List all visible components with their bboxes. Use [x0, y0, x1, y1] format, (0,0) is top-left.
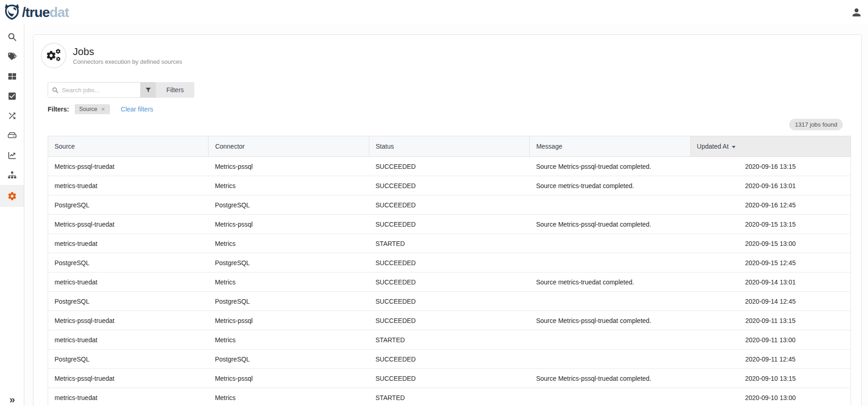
cell-updated-at: 2020-09-14 12:45 [690, 292, 851, 311]
shuffle-icon [7, 111, 17, 121]
cell-message [530, 292, 690, 311]
sidebar-item-search[interactable] [0, 27, 24, 47]
cell-status: SUCCEEDED [369, 292, 529, 311]
clear-filters-link[interactable]: Clear filters [121, 106, 154, 113]
table-row[interactable]: metrics-truedatMetricsSTARTED2020-09-11 … [48, 330, 851, 350]
cell-connector: Metrics [209, 176, 369, 195]
table-row[interactable]: Metrics-pssql-truedatMetrics-pssqlSUCCEE… [48, 369, 851, 388]
cell-status: STARTED [369, 388, 529, 406]
column-header-message[interactable]: Message [530, 136, 690, 157]
column-header-status[interactable]: Status [369, 136, 529, 157]
cell-updated-at: 2020-09-10 13:00 [690, 388, 851, 406]
table-row[interactable]: Metrics-pssql-truedatMetrics-pssqlSUCCEE… [48, 215, 851, 234]
user-icon[interactable] [851, 6, 863, 18]
search-bar: Filters [48, 82, 861, 98]
angle-double-right-icon: » [9, 394, 15, 406]
cell-updated-at: 2020-09-16 13:01 [690, 176, 851, 195]
sidebar-item-sources[interactable] [0, 126, 24, 145]
owl-logo-icon [4, 3, 20, 22]
cell-source: metrics-truedat [48, 176, 209, 195]
cell-source: PostgreSQL [48, 350, 209, 369]
sidebar-item-lineage[interactable] [0, 106, 24, 126]
tags-icon [7, 52, 17, 61]
cell-connector: Metrics-pssql [209, 157, 369, 176]
filters-label: Filters: [48, 106, 69, 113]
column-header-updated-at[interactable]: Updated At [690, 136, 851, 157]
filters-button[interactable]: Filters [156, 82, 194, 98]
table-row[interactable]: metrics-truedatMetricsSUCCEEDEDSource me… [48, 273, 851, 292]
cell-updated-at: 2020-09-11 12:45 [690, 350, 851, 369]
results-count-row: 1317 jobs found [33, 119, 861, 130]
page-title: Jobs [73, 46, 182, 57]
table-row[interactable]: metrics-truedatMetricsSUCCEEDEDSource me… [48, 176, 851, 195]
cell-status: SUCCEEDED [369, 176, 529, 195]
search-icon [52, 87, 59, 94]
cell-source: PostgreSQL [48, 253, 209, 273]
grid-icon [7, 72, 17, 81]
table-row[interactable]: Metrics-pssql-truedatMetrics-pssqlSUCCEE… [48, 157, 851, 176]
sidebar-expand-button[interactable]: » [0, 395, 24, 405]
column-header-source[interactable]: Source [48, 136, 209, 157]
cell-updated-at: 2020-09-16 13:15 [690, 157, 851, 176]
table-row[interactable]: PostgreSQLPostgreSQLSUCCEEDED2020-09-14 … [48, 292, 851, 311]
truedat-logo[interactable]: /truedat [4, 3, 69, 22]
cell-status: SUCCEEDED [369, 253, 529, 273]
sitemap-icon [7, 170, 17, 180]
funnel-icon [145, 87, 152, 94]
jobs-found-badge: 1317 jobs found [789, 119, 843, 130]
sidebar-item-taxonomy[interactable] [0, 165, 24, 185]
search-icon [7, 32, 17, 42]
sidebar-item-dashboards[interactable] [0, 145, 24, 165]
cell-status: SUCCEEDED [369, 350, 529, 369]
logo-wordmark: /truedat [22, 6, 69, 19]
chart-line-icon [7, 150, 17, 160]
search-input[interactable] [62, 87, 137, 94]
cell-source: PostgreSQL [48, 292, 209, 311]
cell-message [530, 253, 690, 273]
cell-updated-at: 2020-09-15 13:00 [690, 234, 851, 253]
sidebar-item-quality[interactable] [0, 86, 24, 106]
cell-updated-at: 2020-09-11 13:00 [690, 330, 851, 350]
cell-connector: Metrics [209, 330, 369, 350]
cell-status: SUCCEEDED [369, 215, 529, 234]
filter-chip-label: Source [79, 106, 98, 112]
caret-down-icon [732, 146, 736, 148]
cell-source: metrics-truedat [48, 273, 209, 292]
cell-connector: PostgreSQL [209, 292, 369, 311]
cell-source: metrics-truedat [48, 234, 209, 253]
sidebar-item-admin[interactable] [0, 185, 24, 207]
cell-connector: Metrics-pssql [209, 311, 369, 330]
table-row[interactable]: metrics-truedatMetricsSTARTED2020-09-15 … [48, 234, 851, 253]
cell-message: Source metrics-truedat completed. [530, 273, 690, 292]
drive-icon [7, 131, 17, 140]
filter-funnel-button[interactable] [141, 82, 156, 98]
cell-source: Metrics-pssql-truedat [48, 311, 209, 330]
cell-source: Metrics-pssql-truedat [48, 157, 209, 176]
table-row[interactable]: metrics-truedatMetricsSTARTED2020-09-10 … [48, 388, 851, 406]
cell-message: Source Metrics-pssql-truedat completed. [530, 311, 690, 330]
cell-message [530, 330, 690, 350]
table-row[interactable]: Metrics-pssql-truedatMetrics-pssqlSUCCEE… [48, 311, 851, 330]
table-row[interactable]: PostgreSQLPostgreSQLSUCCEEDED2020-09-16 … [48, 195, 851, 215]
cell-connector: Metrics-pssql [209, 215, 369, 234]
chip-close-icon[interactable]: ✕ [101, 106, 105, 112]
cell-updated-at: 2020-09-10 13:15 [690, 369, 851, 388]
cell-message [530, 195, 690, 215]
jobs-table: Source Connector Status Message Updated … [48, 136, 850, 406]
sidebar-item-catalog[interactable] [0, 67, 24, 86]
cell-connector: PostgreSQL [209, 350, 369, 369]
cell-status: SUCCEEDED [369, 273, 529, 292]
sidebar-item-tags[interactable] [0, 47, 24, 67]
cell-message [530, 234, 690, 253]
filter-chip-source[interactable]: Source ✕ [75, 104, 110, 114]
cell-connector: PostgreSQL [209, 195, 369, 215]
cell-status: SUCCEEDED [369, 369, 529, 388]
check-square-icon [7, 91, 17, 101]
cell-message: Source Metrics-pssql-truedat completed. [530, 215, 690, 234]
cell-message: Source metrics-truedat completed. [530, 176, 690, 195]
table-row[interactable]: PostgreSQLPostgreSQLSUCCEEDED2020-09-11 … [48, 350, 851, 369]
column-header-connector[interactable]: Connector [209, 136, 369, 157]
cell-connector: PostgreSQL [209, 253, 369, 273]
cell-updated-at: 2020-09-11 13:15 [690, 311, 851, 330]
table-row[interactable]: PostgreSQLPostgreSQLSUCCEEDED2020-09-15 … [48, 253, 851, 273]
